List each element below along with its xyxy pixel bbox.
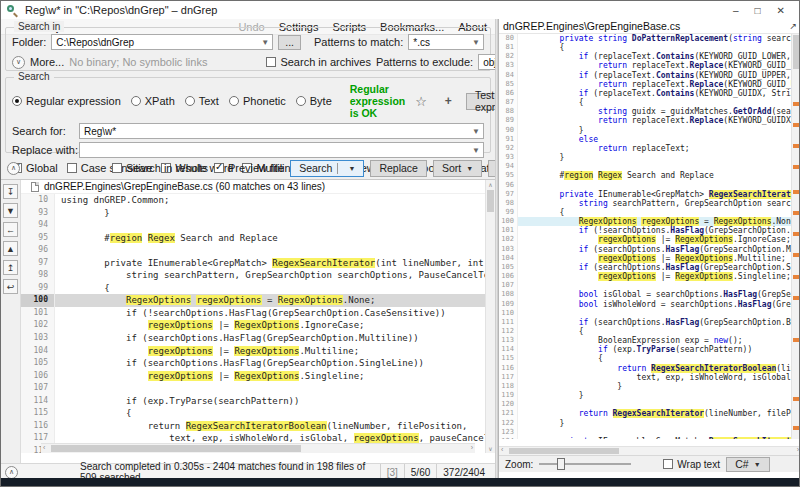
preview-line[interactable]: 83 return replaceText.Replace(KEYWORD_GU… (499, 61, 800, 70)
result-line[interactable]: 104 regexOptions |= RegexOptions.Multili… (21, 345, 485, 358)
match-marker[interactable] (793, 102, 800, 106)
preview-line[interactable]: 96 (499, 181, 800, 190)
result-line[interactable]: 10using dnGREP.Common; (21, 194, 485, 207)
match-marker[interactable] (793, 211, 800, 215)
preview-line[interactable]: 120 (499, 400, 800, 409)
preview-line[interactable]: 114 if (exp.TryParse(searchPattern)) (499, 345, 800, 354)
scroll-to-current-button[interactable]: ↩ (3, 279, 18, 294)
preview-line[interactable]: 105 if (searchOptions.HasFlag(GrepSearch… (499, 263, 800, 272)
preview-line[interactable]: 116 return RegexSearchIteratorBoolean(li… (499, 364, 800, 373)
result-line[interactable]: 94 (21, 219, 485, 232)
match-marker[interactable] (793, 165, 800, 169)
more-options-chevron-icon[interactable]: ∨ (12, 56, 25, 69)
bookmark-star-icon[interactable]: ☆ (415, 94, 427, 109)
preview-line[interactable]: 80 private string DoPatternReplacement(s… (499, 34, 800, 43)
match-marker[interactable] (793, 426, 800, 430)
preview-line[interactable]: 86 if (replaceText.Contains(KEYWORD_GUID… (499, 89, 800, 98)
radio-phonetic[interactable]: Phonetic (229, 95, 286, 107)
chevron-down-icon[interactable]: ▼ (261, 38, 269, 47)
preview-line[interactable]: 90 } (499, 126, 800, 135)
preview-line[interactable]: 81 { (499, 43, 800, 52)
results-tree[interactable]: dnGREP.Engines\GrepEngineBase.cs (60 mat… (21, 180, 485, 453)
preview-line[interactable]: 124 private IEnumerable<GrepMatch> Regex… (499, 437, 800, 439)
preview-line[interactable]: 122 } (499, 419, 800, 428)
preview-line[interactable]: 88 string guidx = guidxMatches.GetOrAdd(… (499, 107, 800, 116)
scroll-up-icon[interactable]: ∧ (486, 181, 495, 188)
scroll-right-icon[interactable]: › (471, 444, 473, 451)
match-marker[interactable] (793, 190, 800, 194)
preview-line[interactable]: 97 private IEnumerable<GrepMatch> RegexS… (499, 190, 800, 199)
collapse-all-button[interactable]: ← (3, 222, 18, 237)
radio-regular-expression[interactable]: Regular expression (12, 95, 121, 107)
minimize-icon[interactable]: – (733, 5, 739, 16)
preview-line[interactable]: 89 return replaceText.Replace(KEYWORD_GU… (499, 116, 800, 125)
next-match-button[interactable]: ▼ (3, 203, 18, 218)
preview-line[interactable]: 99 { (499, 208, 800, 217)
result-line[interactable]: 103 if (searchOptions.HasFlag(GrepSearch… (21, 332, 485, 345)
sort-button[interactable]: Sort▼ (433, 160, 482, 177)
result-line[interactable]: 106 regexOptions |= RegexOptions.Singlel… (21, 370, 485, 383)
preview-line[interactable]: 107 (499, 281, 800, 290)
preview-line[interactable]: 106 regexOptions |= RegexOptions.Singlel… (499, 272, 800, 281)
preview-line[interactable]: 111 if (searchOptions.HasFlag(GrepSearch… (499, 318, 800, 327)
result-line[interactable]: 98 string searchPattern, GrepSearchOptio… (21, 269, 485, 282)
match-marker[interactable] (793, 232, 800, 236)
match-marker[interactable] (793, 275, 800, 279)
preview-line[interactable]: 103 if (searchOptions.HasFlag(GrepSearch… (499, 245, 800, 254)
chevron-down-icon[interactable]: ▼ (472, 38, 480, 47)
folder-input[interactable]: C:\Repos\dnGrep▼ (51, 34, 273, 50)
preview-editor[interactable]: 80 private string DoPatternReplacement(s… (499, 34, 800, 439)
preview-line[interactable]: 123 (499, 428, 800, 437)
preview-line[interactable]: 112 { (499, 327, 800, 336)
radio-text[interactable]: Text (185, 95, 219, 107)
preview-line[interactable]: 115 { (499, 354, 800, 363)
replace-with-input[interactable]: ▼ (79, 142, 484, 158)
result-line[interactable]: 93 } (21, 207, 485, 220)
search-in-results-checkbox[interactable]: Search in results (112, 162, 208, 174)
preview-line[interactable]: 121 return RegexSearchIterator(lineNumbe… (499, 409, 800, 418)
results-vertical-scrollbar[interactable]: ∧ ∨ (485, 180, 495, 453)
result-line[interactable]: 102 regexOptions |= RegexOptions.IgnoreC… (21, 319, 485, 332)
radio-byte[interactable]: Byte (296, 95, 332, 107)
preview-line[interactable]: 109 bool isWholeWord = searchOptions.Has… (499, 300, 800, 309)
maximize-icon[interactable]: □ (755, 5, 761, 16)
results-horizontal-scrollbar[interactable]: ‹ › (41, 443, 475, 453)
preview-line[interactable]: 92 return replaceText; (499, 144, 800, 153)
scrollbar-thumb[interactable] (487, 190, 494, 212)
preview-line[interactable]: 104 regexOptions |= RegexOptions.Multili… (499, 254, 800, 263)
preview-line[interactable]: 117 text, exp, isWholeWord, isGlobal, (499, 373, 800, 382)
preview-line[interactable]: 100 RegexOptions regexOptions = RegexOpt… (499, 217, 800, 226)
preview-line[interactable]: 85 return replaceText.Replace(KEYWORD_GU… (499, 80, 800, 89)
search-button[interactable]: Search▼ (290, 160, 364, 177)
previous-match-button[interactable]: ▲ (3, 241, 18, 256)
wrap-text-checkbox[interactable]: Wrap text (663, 459, 720, 470)
add-bookmark-icon[interactable]: + (445, 94, 452, 108)
preview-line[interactable]: 98 string searchPattern, GrepSearchOptio… (499, 199, 800, 208)
result-line[interactable]: 99 { (21, 282, 485, 295)
result-line[interactable]: 115 { (21, 407, 485, 420)
result-line[interactable]: 105 if (searchOptions.HasFlag(GrepSearch… (21, 357, 485, 370)
result-line[interactable]: 96 (21, 244, 485, 257)
next-file-button[interactable]: ↧ (3, 184, 18, 199)
result-line[interactable]: 116 return RegexSearchIteratorBoolean(li… (21, 420, 485, 433)
close-icon[interactable]: ✕ (777, 5, 785, 16)
syntax-select[interactable]: C#▼ (726, 457, 770, 472)
preview-line[interactable]: 93 } (499, 153, 800, 162)
preview-line[interactable]: 87 { (499, 98, 800, 107)
chevron-down-icon[interactable]: ▼ (472, 146, 480, 155)
result-line[interactable]: 107 (21, 382, 485, 395)
zoom-slider[interactable] (539, 457, 631, 471)
result-line[interactable]: 100 RegexOptions regexOptions = RegexOpt… (21, 294, 485, 307)
result-line[interactable]: 114 if (exp.TryParse(searchPattern)) (21, 395, 485, 408)
scrollbar-thumb[interactable] (51, 445, 301, 452)
preview-file-checkbox[interactable]: Preview file (214, 162, 284, 174)
chevron-down-icon[interactable]: ▼ (472, 127, 480, 136)
scroll-right-icon[interactable]: › (797, 446, 799, 453)
scroll-down-icon[interactable]: ∨ (486, 445, 495, 452)
preview-vertical-scrollbar[interactable] (791, 34, 800, 439)
preview-line[interactable]: 119 } (499, 391, 800, 400)
patterns-match-input[interactable]: *.cs▼ (408, 34, 484, 50)
preview-line[interactable]: 91 else (499, 135, 800, 144)
preview-line[interactable]: 101 if (!searchOptions.HasFlag(GrepSearc… (499, 226, 800, 235)
preview-line[interactable]: 84 if (replaceText.Contains(KEYWORD_GUID… (499, 71, 800, 80)
